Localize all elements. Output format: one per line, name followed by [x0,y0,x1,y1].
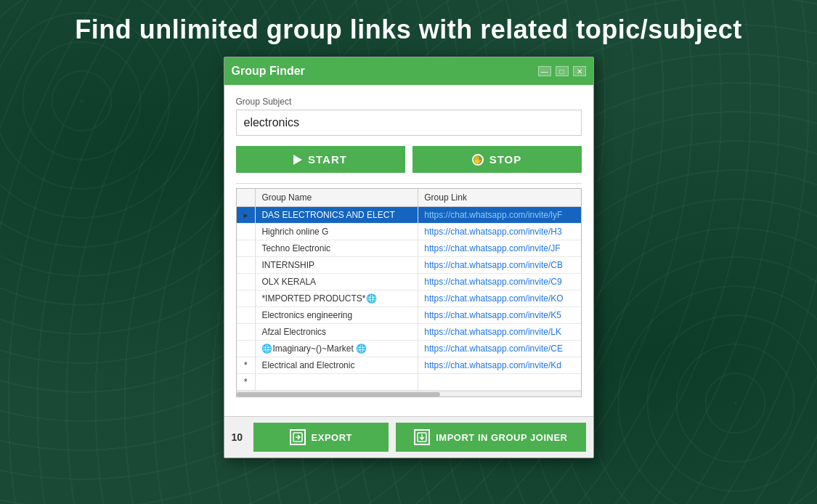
bottom-bar: 10 EXPORT IMPORT IN GROUP JOINER [224,416,593,458]
cell-empty-link [418,374,581,391]
results-table: Group Name Group Link ►DAS ELECTRONICS A… [237,189,581,391]
cell-group-name: Afzal Electronics [256,324,418,341]
app-window: Group Finder — □ ✕ Group Subject START S… [224,57,594,458]
col-group-link-header: Group Link [418,189,581,207]
export-button[interactable]: EXPORT [253,423,389,452]
play-icon [293,155,302,165]
window-content: Group Subject START STOP Group Name [224,85,593,416]
stop-button[interactable]: STOP [412,146,582,173]
table-scrollbar-thumb [237,392,440,397]
window-title: Group Finder [232,65,305,78]
action-buttons-row: START STOP [236,146,582,173]
row-indicator: * [237,357,256,374]
cell-group-link[interactable]: https://chat.whatsapp.com/invite/LK [418,324,581,341]
col-group-name-header: Group Name [256,189,418,207]
table-row[interactable]: *IMPORTED PRODUCTS*🌐https://chat.whatsap… [237,290,581,307]
import-button[interactable]: IMPORT IN GROUP JOINER [396,423,585,452]
row-indicator [237,274,256,290]
row-arrow: ► [243,211,250,219]
window-titlebar: Group Finder — □ ✕ [224,57,593,85]
cell-group-name: *IMPORTED PRODUCTS*🌐 [256,290,418,307]
table-row[interactable]: *Electrical and Electronichttps://chat.w… [237,357,581,374]
col-indicator [237,189,256,207]
cell-group-link[interactable]: https://chat.whatsapp.com/invite/C9 [418,274,581,290]
table-row[interactable]: 🌐Imaginary~()~Market 🌐https://chat.whats… [237,341,581,357]
cell-group-link[interactable]: https://chat.whatsapp.com/invite/CE [418,341,581,357]
import-icon [414,429,430,445]
row-star: * [244,360,248,370]
field-label: Group Subject [236,97,582,107]
cell-group-name: Electronics engineering [256,307,418,324]
cell-group-name: Electrical and Electronic [256,357,418,374]
window-controls: — □ ✕ [538,66,586,76]
stop-icon [472,154,484,166]
table-wrapper: Group Name Group Link ►DAS ELECTRONICS A… [236,188,582,397]
table-row[interactable]: INTERNSHIPhttps://chat.whatsapp.com/invi… [237,257,581,274]
cell-group-name: INTERNSHIP [256,257,418,274]
group-subject-input[interactable] [236,110,582,136]
stop-label: STOP [489,153,522,166]
row-indicator [237,307,256,324]
cell-group-link[interactable]: https://chat.whatsapp.com/invite/K5 [418,307,581,324]
maximize-button[interactable]: □ [556,66,569,76]
start-button[interactable]: START [236,146,405,173]
cell-group-name: OLX KERALA [256,274,418,290]
cell-group-name: DAS ELECTRONICS AND ELECT [256,207,418,224]
table-row[interactable]: OLX KERALAhttps://chat.whatsapp.com/invi… [237,274,581,290]
cell-group-link[interactable]: https://chat.whatsapp.com/invite/KO [418,290,581,307]
row-indicator: * [237,374,256,391]
start-label: START [308,153,347,166]
row-indicator [237,290,256,307]
close-button[interactable]: ✕ [573,66,586,76]
table-scrollbar[interactable] [237,391,581,397]
table-row[interactable]: Highrich online Ghttps://chat.whatsapp.c… [237,224,581,240]
row-indicator [237,257,256,274]
table-row-new: * [237,374,581,391]
cell-group-name: Highrich online G [256,224,418,240]
cell-group-name: 🌐Imaginary~()~Market 🌐 [256,341,418,357]
separator [236,183,582,184]
page-title: Find unlimited group links with related … [0,0,817,52]
cell-empty-name [256,374,418,391]
row-indicator [237,324,256,341]
export-icon [290,429,306,445]
row-indicator [237,224,256,240]
row-indicator [237,240,256,257]
export-label: EXPORT [312,432,352,443]
import-label: IMPORT IN GROUP JOINER [436,432,567,443]
table-row[interactable]: Techno Electronichttps://chat.whatsapp.c… [237,240,581,257]
table-row[interactable]: Electronics engineeringhttps://chat.what… [237,307,581,324]
row-indicator: ► [237,207,256,224]
field-group-subject: Group Subject [236,97,582,136]
cell-group-link[interactable]: https://chat.whatsapp.com/invite/H3 [418,224,581,240]
row-indicator [237,341,256,357]
minimize-button[interactable]: — [538,66,551,76]
cell-group-name: Techno Electronic [256,240,418,257]
cell-group-link[interactable]: https://chat.whatsapp.com/invite/lyF [418,207,581,224]
results-count: 10 [232,431,246,443]
cell-group-link[interactable]: https://chat.whatsapp.com/invite/Kd [418,357,581,374]
cell-group-link[interactable]: https://chat.whatsapp.com/invite/JF [418,240,581,257]
table-row[interactable]: Afzal Electronicshttps://chat.whatsapp.c… [237,324,581,341]
cell-group-link[interactable]: https://chat.whatsapp.com/invite/CB [418,257,581,274]
table-row[interactable]: ►DAS ELECTRONICS AND ELECThttps://chat.w… [237,207,581,224]
